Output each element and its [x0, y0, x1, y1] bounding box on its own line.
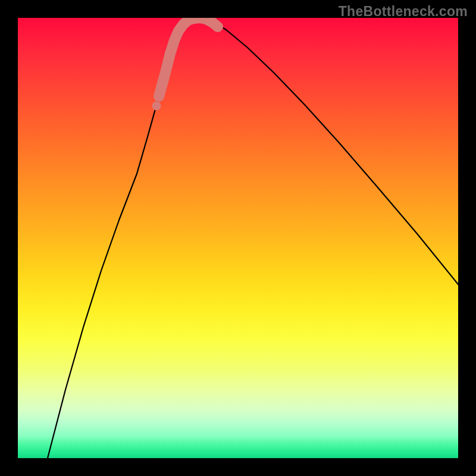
svg-point-0	[152, 102, 161, 111]
watermark-label: TheBottleneck.com	[339, 4, 468, 20]
highlighted-range-markers	[18, 18, 458, 458]
chart-root: TheBottleneck.com	[0, 0, 476, 476]
plot-area	[18, 18, 458, 458]
